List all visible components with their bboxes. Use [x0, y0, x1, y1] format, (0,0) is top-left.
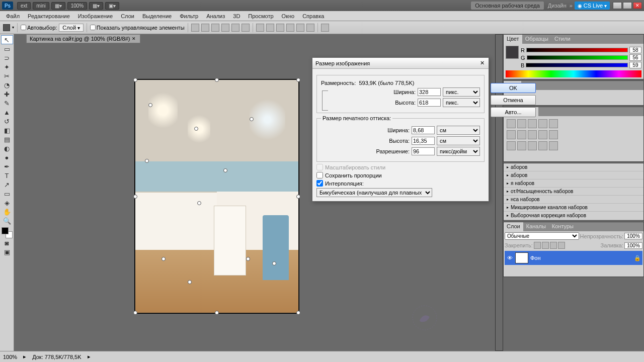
auto-button[interactable]: Авто...: [491, 107, 536, 117]
print-height-input[interactable]: [412, 137, 435, 145]
lock-icon[interactable]: [534, 242, 541, 249]
preset-item[interactable]: нса наборов: [504, 196, 643, 204]
adj-icon[interactable]: [538, 141, 547, 150]
tab-paths[interactable]: Контуры: [549, 222, 577, 231]
adj-icon[interactable]: [517, 130, 526, 139]
preset-item[interactable]: аборов: [504, 171, 643, 179]
adj-icon[interactable]: [507, 119, 516, 128]
align-icon[interactable]: [242, 24, 250, 32]
layer-row[interactable]: 👁 Фон 🔒: [505, 251, 642, 265]
adj-icon[interactable]: [507, 141, 516, 150]
distribute-icon[interactable]: [256, 24, 264, 32]
align-icon[interactable]: [201, 24, 209, 32]
g-value[interactable]: 56: [629, 54, 641, 61]
pen-tool[interactable]: ✒: [1, 162, 13, 171]
adj-icon[interactable]: [528, 141, 537, 150]
menu-window[interactable]: Окно: [278, 12, 299, 20]
menu-help[interactable]: Справка: [298, 12, 328, 20]
b-value[interactable]: 59: [629, 62, 641, 68]
resolution-input[interactable]: [412, 147, 435, 155]
adj-icon[interactable]: [528, 130, 537, 139]
distribute-icon[interactable]: [286, 24, 294, 32]
preset-item[interactable]: я наборов: [504, 179, 643, 188]
close-icon[interactable]: ✕: [633, 2, 642, 9]
tab-color[interactable]: Цвет: [504, 35, 522, 44]
adj-icon[interactable]: [507, 130, 516, 139]
eyedropper-tool[interactable]: ◔: [1, 80, 13, 89]
move-tool-icon[interactable]: [3, 24, 10, 31]
shape-tool[interactable]: ▭: [1, 189, 13, 198]
tab-channels[interactable]: Каналы: [523, 222, 549, 231]
document-tab[interactable]: Картинка на сайт.jpg @ 100% (RGB/8#)✕: [26, 34, 140, 43]
interp-select[interactable]: Бикубическая (наилучшая для плавных град…: [316, 188, 432, 197]
menu-select[interactable]: Выделение: [138, 12, 176, 20]
status-zoom[interactable]: 100%: [3, 354, 17, 360]
pixel-width-unit[interactable]: пикс.: [443, 87, 480, 97]
workspace-design[interactable]: Дизайн: [545, 3, 570, 9]
resolution-unit[interactable]: пикс/дюйм: [437, 147, 480, 156]
r-value[interactable]: 58: [629, 47, 641, 53]
hand-tool[interactable]: ✋: [1, 207, 13, 216]
distribute-icon[interactable]: [306, 24, 314, 32]
crop-tool[interactable]: ✂: [1, 71, 13, 80]
path-tool[interactable]: ↗: [1, 180, 13, 189]
adj-icon[interactable]: [538, 119, 547, 128]
adj-icon[interactable]: [538, 130, 547, 139]
adj-icon[interactable]: [517, 119, 526, 128]
screenmode-tool[interactable]: ▣: [1, 247, 13, 256]
workspace-primary[interactable]: Основная рабочая среда: [471, 2, 544, 10]
stamp-tool[interactable]: ▲: [1, 108, 13, 117]
adj-icon[interactable]: [528, 119, 537, 128]
current-color-icon[interactable]: [506, 46, 519, 59]
blend-mode[interactable]: Обычные: [505, 232, 579, 240]
lasso-tool[interactable]: ⊃: [1, 53, 13, 62]
menu-3d[interactable]: 3D: [229, 12, 244, 20]
pixel-height-unit[interactable]: пикс.: [443, 98, 480, 107]
move-tool[interactable]: ↖: [1, 35, 13, 44]
ext-btn[interactable]: ext: [17, 2, 31, 10]
print-width-input[interactable]: [412, 126, 435, 134]
menu-file[interactable]: Файл: [2, 12, 24, 20]
preset-item[interactable]: Выборочная коррекция наборов: [504, 212, 643, 220]
menu-view[interactable]: Просмотр: [244, 12, 277, 20]
adj-icon[interactable]: [549, 130, 558, 139]
lock-icon[interactable]: [542, 242, 549, 249]
lock-icon[interactable]: [550, 242, 557, 249]
adj-icon[interactable]: [549, 119, 558, 128]
autoselect-check[interactable]: Автовыбор:: [21, 25, 57, 31]
tab-layers[interactable]: Слои: [504, 222, 523, 231]
cslive-btn[interactable]: ◉ CS Live ▾: [575, 2, 610, 10]
align-icon[interactable]: [211, 24, 219, 32]
mini-btn[interactable]: mini: [33, 2, 49, 10]
gradient-tool[interactable]: ▤: [1, 135, 13, 144]
align-icon[interactable]: [221, 24, 229, 32]
show-controls-check[interactable]: Показать управляющие элементы: [90, 25, 185, 31]
tab-close-icon[interactable]: ✕: [132, 36, 137, 41]
color-swatch[interactable]: [2, 227, 13, 238]
blur-tool[interactable]: ◐: [1, 144, 13, 153]
tab-styles[interactable]: Стили: [551, 35, 574, 44]
preset-item[interactable]: Микширование каналов наборов: [504, 204, 643, 212]
pixel-width-input[interactable]: [418, 88, 441, 96]
print-height-unit[interactable]: см: [437, 136, 480, 145]
arrange-btn[interactable]: ▦▾: [51, 2, 65, 10]
heal-tool[interactable]: ✚: [1, 89, 13, 99]
eraser-tool[interactable]: ◧: [1, 126, 13, 135]
screen-btn[interactable]: ▣▾: [105, 2, 119, 10]
fill-field[interactable]: 100%: [624, 242, 642, 249]
menu-edit[interactable]: Редактирование: [24, 12, 74, 20]
view-btn[interactable]: ▦▾: [89, 2, 103, 10]
print-width-unit[interactable]: см: [437, 126, 480, 135]
dialog-close-icon[interactable]: ✕: [478, 60, 486, 66]
marquee-tool[interactable]: ▭: [1, 44, 13, 53]
dodge-tool[interactable]: ●: [1, 153, 13, 162]
collapsed-panel[interactable]: [495, 34, 503, 351]
opacity-field[interactable]: 100%: [624, 233, 642, 239]
distribute-icon[interactable]: [296, 24, 304, 32]
history-tool[interactable]: ↺: [1, 117, 13, 126]
preset-item[interactable]: от/Насыщенность наборов: [504, 188, 643, 196]
canvas[interactable]: [135, 79, 299, 313]
autoselect-target[interactable]: Слой ▾: [59, 24, 84, 32]
minimize-icon[interactable]: ─: [613, 2, 622, 9]
preset-item[interactable]: аборов: [504, 163, 643, 171]
